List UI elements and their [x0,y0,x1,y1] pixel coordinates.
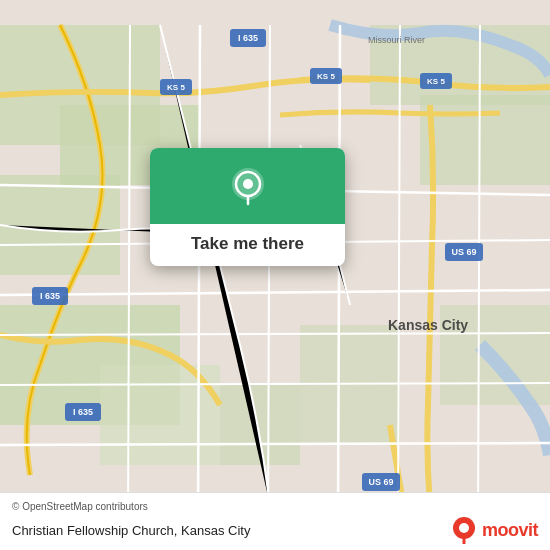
take-me-there-label: Take me there [179,224,316,266]
svg-text:KS 5: KS 5 [317,72,335,81]
moovit-logo: moovit [450,516,538,544]
take-me-there-card[interactable]: Take me there [150,148,345,266]
svg-text:KS 5: KS 5 [427,77,445,86]
svg-text:Kansas City: Kansas City [388,317,468,333]
location-pin-icon [226,166,270,210]
moovit-icon [450,516,478,544]
moovit-text: moovit [482,520,538,541]
card-icon-area [150,148,345,224]
location-name: Christian Fellowship Church, Kansas City [12,523,250,538]
map-container: I 635 KS 5 KS 5 KS 5 I 635 I 635 US 69 U… [0,0,550,550]
svg-text:US 69: US 69 [368,477,393,487]
svg-text:Missouri River: Missouri River [368,35,425,45]
svg-text:I 635: I 635 [40,291,60,301]
svg-point-43 [243,179,253,189]
svg-rect-8 [420,95,550,185]
location-row: Christian Fellowship Church, Kansas City… [12,516,538,544]
svg-text:KS 5: KS 5 [167,83,185,92]
svg-rect-9 [300,325,400,445]
bottom-bar: © OpenStreetMap contributors Christian F… [0,492,550,550]
svg-text:I 635: I 635 [238,33,258,43]
svg-text:I 635: I 635 [73,407,93,417]
map-background: I 635 KS 5 KS 5 KS 5 I 635 I 635 US 69 U… [0,0,550,550]
svg-point-45 [459,523,469,533]
copyright-text: © OpenStreetMap contributors [12,501,538,512]
svg-text:US 69: US 69 [451,247,476,257]
